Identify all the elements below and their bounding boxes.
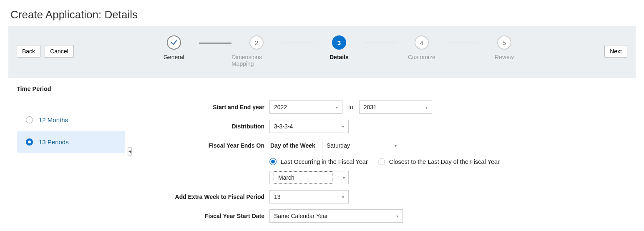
end-year-select[interactable]: 2031 ▾	[359, 100, 432, 114]
radio-icon	[26, 138, 33, 146]
collapse-toggle[interactable]: ◀	[128, 147, 132, 156]
wizard-connector	[199, 43, 231, 44]
wizard-step-circle: 5	[497, 35, 511, 50]
radio-12-months[interactable]: 12 Months	[17, 109, 125, 131]
start-year-select[interactable]: 2022 ▾	[269, 100, 342, 114]
radio-label: Last Occurring in the Fiscal Year	[281, 158, 368, 165]
wizard-step-details[interactable]: 3 Details	[314, 35, 364, 60]
wizard-bar: Back Cancel General 2 Dimensions Mapping…	[8, 26, 636, 78]
day-of-week-select[interactable]: Saturday ▾	[322, 139, 401, 152]
radio-closest-last-day[interactable]: Closest to the Last Day of the Fiscal Ye…	[378, 158, 500, 165]
radio-icon	[378, 158, 385, 165]
back-button[interactable]: Back	[17, 45, 40, 58]
chevron-left-icon: ◀	[128, 149, 131, 153]
wizard-step-label: Dimensions Mapping	[231, 54, 282, 67]
fy-ends-on-label: Fiscal Year Ends On	[148, 142, 269, 149]
chevron-down-icon: ▾	[342, 195, 344, 199]
select-value: 2022	[274, 104, 287, 110]
radio-icon	[26, 116, 33, 123]
wizard-step-customize[interactable]: 4 Customize	[397, 35, 447, 60]
radio-13-periods[interactable]: 13 Periods	[17, 131, 125, 153]
form-area: Start and End year 2022 ▾ to 2031 ▾ Dist…	[132, 85, 636, 228]
select-value: 13	[274, 193, 281, 200]
select-value: 2031	[364, 104, 377, 110]
wizard-connector	[447, 43, 479, 43]
select-value: Saturday	[327, 142, 350, 149]
radio-icon	[269, 158, 277, 165]
wizard-step-label: Customize	[408, 54, 435, 60]
chevron-down-icon: ▾	[343, 176, 345, 180]
chevron-down-icon: ▾	[342, 124, 344, 129]
radio-label: 13 Periods	[39, 138, 69, 146]
radio-label: 12 Months	[39, 116, 68, 123]
fy-start-date-select[interactable]: Same Calendar Year ▾	[269, 209, 403, 223]
chevron-down-icon: ▾	[395, 143, 397, 148]
next-button[interactable]: Next	[604, 45, 627, 58]
distribution-select[interactable]: 3-3-3-4 ▾	[269, 120, 349, 133]
radio-label: Closest to the Last Day of the Fiscal Ye…	[389, 158, 500, 165]
wizard-step-review[interactable]: 5 Review	[479, 35, 529, 60]
wizard-step-dimensions[interactable]: 2 Dimensions Mapping	[231, 35, 282, 67]
wizard-step-circle: 4	[415, 35, 429, 50]
wizard-step-label: General	[164, 54, 184, 60]
month-select[interactable]: March ▾	[269, 171, 349, 184]
checkmark-icon	[167, 35, 181, 50]
to-text: to	[342, 104, 359, 110]
wizard-connector	[364, 43, 397, 43]
wizard-step-general[interactable]: General	[149, 35, 199, 60]
cancel-button[interactable]: Cancel	[45, 45, 74, 58]
extra-week-select[interactable]: 13 ▾	[269, 190, 349, 203]
extra-week-label: Add Extra Week to Fiscal Period	[148, 193, 269, 200]
wizard-connector	[282, 43, 314, 43]
distribution-label: Distribution	[148, 123, 269, 130]
sidebar: Time Period 12 Months 13 Periods	[17, 85, 125, 228]
radio-last-occurring[interactable]: Last Occurring in the Fiscal Year	[269, 158, 368, 165]
start-end-year-label: Start and End year	[148, 104, 269, 110]
day-of-week-label: Day of the Week	[269, 142, 319, 149]
chevron-down-icon: ▾	[396, 214, 398, 218]
wizard-step-circle: 3	[332, 35, 346, 50]
select-value: Same Calendar Year	[274, 213, 328, 219]
wizard-steps: General 2 Dimensions Mapping 3 Details 4…	[74, 35, 604, 67]
chevron-down-icon: ▾	[336, 105, 338, 110]
page-title: Create Application: Details	[10, 8, 644, 21]
select-value: 3-3-3-4	[274, 123, 293, 130]
wizard-step-label: Details	[330, 54, 349, 60]
fy-start-date-label: Fiscal Year Start Date	[148, 213, 269, 219]
select-value: March	[278, 174, 294, 181]
chevron-down-icon: ▾	[425, 105, 428, 110]
wizard-step-circle: 2	[249, 35, 264, 50]
section-title: Time Period	[17, 85, 125, 92]
wizard-step-label: Review	[495, 54, 514, 60]
